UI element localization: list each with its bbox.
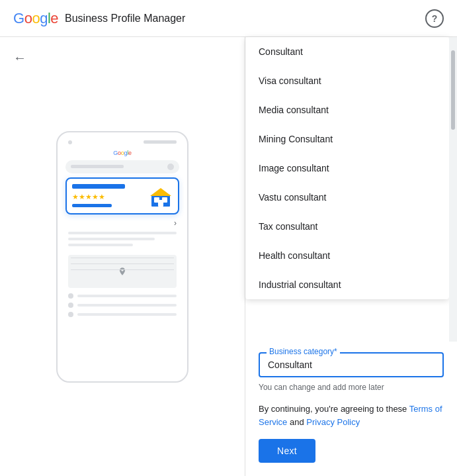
scrollbar[interactable]: [449, 37, 457, 342]
business-category-input[interactable]: [268, 359, 435, 370]
bcard-sub-bar: [72, 204, 112, 207]
phone-lines: [63, 229, 182, 252]
phone-line-3: [68, 244, 133, 246]
rating-stars: ★★★★★: [72, 193, 149, 201]
bcard-name-bar: [72, 184, 125, 189]
bcard-info: ★★★★★: [72, 184, 149, 207]
google-logo: Google: [13, 10, 58, 27]
phone-line-1: [68, 232, 177, 234]
terms-text: By continuing, you're agreeing to these …: [259, 403, 444, 428]
phone-search-bar: [65, 160, 179, 173]
app-title: Business Profile Manager: [65, 13, 185, 24]
privacy-policy-link[interactable]: Privacy Policy: [306, 417, 360, 427]
dropdown-item-visa-consultant[interactable]: Visa consultant: [245, 66, 449, 95]
phone-info-rows: [63, 291, 182, 324]
phone-line-2: [68, 238, 155, 240]
phone-top-bar: [63, 138, 182, 147]
phone-dot: [68, 140, 72, 144]
form-area: Business category* You can change and ad…: [245, 352, 457, 476]
dropdown-item-media-consultant[interactable]: Media consultant: [245, 95, 449, 124]
terms-prefix: By continuing, you're agreeing to these: [259, 404, 409, 414]
dropdown-item-industrial-consultant[interactable]: Industrial consultant: [245, 270, 449, 299]
right-panel: Consultant Visa consultant Media consult…: [245, 37, 457, 476]
map-lines: [68, 255, 177, 288]
terms-middle: and: [287, 417, 306, 427]
dropdown-list: Consultant Visa consultant Media consult…: [245, 37, 449, 299]
business-category-input-group: Business category*: [259, 352, 444, 377]
main-content: ← Google ★★★★★: [0, 37, 457, 476]
back-button[interactable]: ←: [13, 50, 26, 66]
dropdown-item-image-consultant[interactable]: Image consultant: [245, 154, 449, 183]
info-row-1: [68, 293, 177, 299]
store-icon: [149, 184, 173, 208]
dropdown-item-health-consultant[interactable]: Health consultant: [245, 241, 449, 270]
logo-area: Google Business Profile Manager: [13, 10, 185, 27]
phone-search-text: [71, 165, 124, 168]
next-button[interactable]: Next: [259, 439, 315, 463]
dropdown-item-consultant[interactable]: Consultant: [245, 37, 449, 66]
helper-text: You can change and add more later: [259, 383, 444, 392]
phone-map: [68, 255, 177, 288]
help-button[interactable]: ?: [425, 9, 444, 28]
scrollbar-thumb: [451, 50, 455, 130]
phone-mockup: Google ★★★★★: [56, 131, 188, 383]
input-label: Business category*: [267, 347, 340, 356]
dropdown-item-vastu-consultant[interactable]: Vastu consultant: [245, 183, 449, 212]
info-row-3: [68, 312, 177, 317]
svg-marker-3: [150, 188, 171, 196]
dropdown-item-mining-consultant[interactable]: Mining Consultant: [245, 124, 449, 154]
info-row-2: [68, 303, 177, 308]
svg-rect-4: [158, 200, 163, 207]
business-card: ★★★★★: [65, 177, 179, 214]
dropdown-item-tax-consultant[interactable]: Tax consultant: [245, 212, 449, 241]
left-panel: ← Google ★★★★★: [0, 37, 245, 476]
app-header: Google Business Profile Manager ?: [0, 0, 457, 37]
phone-line: [144, 140, 177, 144]
